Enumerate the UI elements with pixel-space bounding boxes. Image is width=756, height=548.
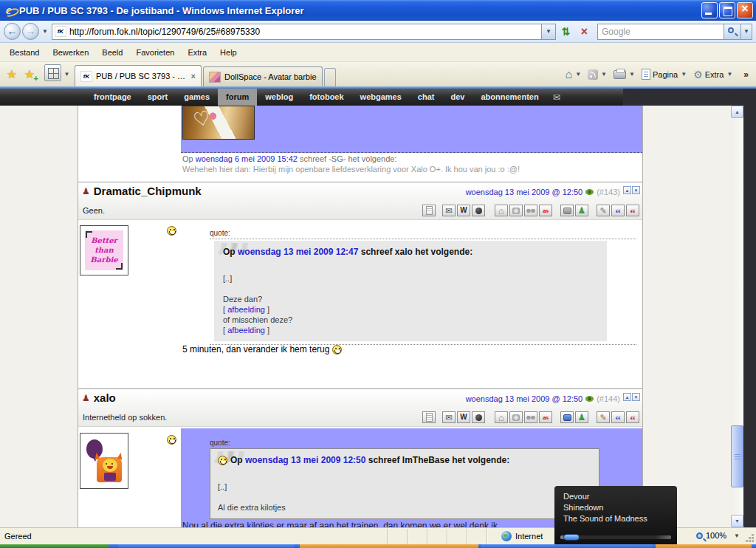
taskbar-button-sliver[interactable] (300, 544, 478, 548)
progress-slider[interactable] (560, 535, 671, 539)
quoted-avatar-image[interactable]: ♡ (182, 106, 255, 140)
slider-handle[interactable] (563, 534, 580, 541)
nav-item-dev[interactable]: dev (442, 89, 472, 106)
resize-grip[interactable] (745, 533, 754, 542)
tab-close-icon[interactable]: × (191, 72, 196, 81)
taskbar-button-sliver[interactable] (656, 544, 752, 548)
post-number[interactable]: (#143) (597, 188, 620, 196)
msn-icon[interactable] (509, 411, 523, 423)
flickr-icon[interactable] (524, 205, 537, 216)
tab-dollspace[interactable]: DollSpace - Avatar barbie (203, 66, 323, 86)
afbeelding-link[interactable]: afbeelding (227, 305, 265, 314)
windows-taskbar-sliver[interactable] (0, 544, 756, 548)
nav-item-weblog[interactable]: weblog (257, 89, 301, 106)
afbeelding-link[interactable]: afbeelding (227, 326, 265, 335)
homepage-icon[interactable]: ⌂ (495, 205, 508, 216)
nav-item-webgames[interactable]: webgames (352, 89, 410, 106)
home-button[interactable]: ⌂▼ (563, 66, 585, 83)
post-history-icon[interactable] (422, 205, 436, 216)
wii-icon[interactable]: W (457, 205, 470, 216)
nav-item-fotoboek[interactable]: fotoboek (301, 89, 351, 106)
search-input[interactable]: Google (597, 24, 724, 40)
page-menu-button[interactable]: Pagina▼ (639, 67, 690, 81)
nav-item-games[interactable]: games (176, 89, 218, 106)
homepage-icon[interactable]: ⌂ (495, 411, 508, 423)
edit-icon[interactable]: ✎ (597, 205, 610, 216)
nav-item-abonnementen[interactable]: abonnementen (472, 89, 546, 106)
profile-icon[interactable]: ♟ (575, 205, 588, 216)
new-tab-stub[interactable] (324, 68, 336, 86)
restore-button[interactable] (719, 2, 735, 18)
next-post-arrow-icon[interactable]: ▼ (632, 393, 640, 401)
search-button[interactable] (724, 24, 741, 40)
menu-extra[interactable]: Extra (181, 45, 213, 60)
forward-button[interactable]: → (22, 23, 39, 40)
page-scrollbar[interactable]: ▲ ▼ (731, 106, 743, 527)
start-button-sliver[interactable] (0, 544, 109, 548)
address-dropdown-button[interactable]: ▼ (542, 24, 556, 40)
url-text[interactable]: http://forum.fok.nl/topic/1290749/6/25#6… (69, 27, 539, 37)
tab-list-dropdown-icon[interactable]: ▼ (62, 71, 72, 78)
fotoboek-icon[interactable] (560, 205, 574, 216)
stop-button[interactable]: × (576, 23, 593, 41)
edit-icon[interactable]: ✎ (597, 411, 610, 423)
quote-blue-icon[interactable]: “ (611, 411, 625, 423)
post-author[interactable]: Dramatic_Chipmunk (94, 185, 202, 197)
taskbar-button-sliver[interactable] (118, 544, 294, 548)
menu-bestand[interactable]: Bestand (3, 45, 46, 60)
toolbar-overflow-icon[interactable]: » (736, 69, 753, 80)
menu-help[interactable]: Help (213, 45, 244, 60)
menu-bewerken[interactable]: Bewerken (46, 45, 95, 60)
scrollbar-thumb[interactable] (731, 425, 743, 487)
nav-item-sport[interactable]: sport (140, 89, 176, 106)
menu-beeld[interactable]: Beeld (95, 45, 129, 60)
favorites-star-icon[interactable]: ★ (3, 67, 21, 81)
prev-post-arrow-icon[interactable]: ▲ (623, 186, 631, 194)
msn-icon[interactable] (509, 205, 523, 216)
post-author[interactable]: xalo (94, 391, 116, 404)
lastfm-circle-icon[interactable] (472, 411, 485, 423)
avatar[interactable] (80, 433, 128, 489)
quote-date-link[interactable]: woensdag 6 mei 2009 15:42 (196, 154, 298, 163)
quote-date-link[interactable]: woensdag 13 mei 2009 12:50 (245, 455, 365, 465)
feeds-button[interactable]: ▼ (585, 68, 610, 81)
nav-item-chat[interactable]: chat (410, 89, 443, 106)
zoom-dropdown-icon[interactable]: ▼ (734, 532, 740, 539)
menu-favorieten[interactable]: Favorieten (129, 45, 181, 60)
profile-icon[interactable]: ♟ (575, 411, 588, 423)
taskbar-button-sliver[interactable] (481, 544, 653, 548)
post-number[interactable]: (#144) (597, 394, 620, 403)
quote-red-icon[interactable]: “ (626, 411, 639, 423)
lastfm-icon[interactable]: as (539, 411, 552, 423)
lastfm-circle-icon[interactable] (472, 205, 485, 216)
tools-menu-button[interactable]: ⚙Extra▼ (690, 67, 735, 82)
close-button[interactable] (737, 2, 753, 18)
quote-blue-icon[interactable]: “ (611, 205, 625, 216)
scroll-up-icon[interactable]: ▲ (731, 106, 743, 118)
zoom-control[interactable]: 100% ▼ (696, 531, 740, 540)
nav-item-frontpage[interactable]: frontpage (86, 89, 140, 106)
back-button[interactable]: ← (4, 23, 21, 40)
post-history-icon[interactable] (422, 411, 436, 423)
add-favorite-icon[interactable]: ★ (21, 67, 38, 81)
email-icon[interactable]: ✉ (442, 411, 456, 423)
history-dropdown-icon[interactable]: ▼ (42, 28, 48, 35)
flickr-icon[interactable] (524, 411, 537, 423)
prev-post-arrow-icon[interactable]: ▲ (623, 393, 631, 401)
next-post-arrow-icon[interactable]: ▼ (632, 186, 640, 194)
fotoboek-icon[interactable] (560, 411, 574, 423)
tab-active[interactable]: fK PUB / PUB SC 3793 - De j... × (75, 65, 202, 86)
refresh-button[interactable]: ⇄ (557, 23, 574, 41)
quick-tabs-button[interactable] (44, 64, 61, 81)
nav-item-forum[interactable]: forum (218, 89, 257, 106)
quote-red-icon[interactable]: “ (626, 205, 639, 216)
address-input[interactable]: fK http://forum.fok.nl/topic/1290749/6/2… (52, 24, 542, 40)
avatar[interactable]: Better than Barbie (80, 225, 128, 275)
wii-icon[interactable]: W (457, 411, 470, 423)
print-button[interactable]: ▼ (611, 69, 638, 81)
quote-date-link[interactable]: woensdag 13 mei 2009 12:47 (238, 247, 358, 257)
search-dropdown-button[interactable]: ▼ (741, 24, 752, 40)
minimize-button[interactable] (701, 2, 718, 18)
scroll-down-icon[interactable]: ▼ (731, 515, 743, 527)
mail-icon[interactable] (553, 92, 560, 103)
